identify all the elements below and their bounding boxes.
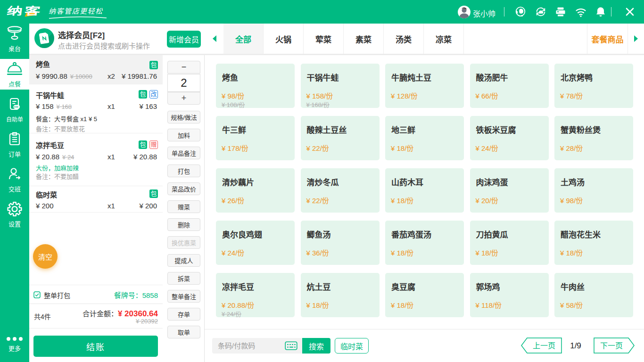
svg-text:上一页: 上一页 — [533, 342, 555, 350]
svg-text:下一页: 下一页 — [600, 342, 623, 350]
